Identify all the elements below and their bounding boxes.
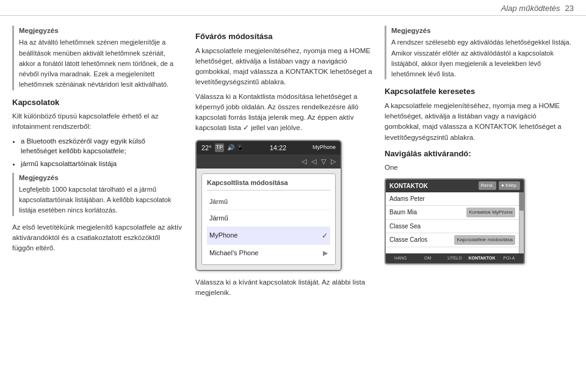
kontaktok-header: KONTAKTOK Rend. ● Kilép. xyxy=(386,180,524,192)
nav-icon-3[interactable]: ▽ xyxy=(321,156,326,167)
bottom-item-hang[interactable]: HANG xyxy=(387,255,414,262)
kontaktok-item-2[interactable]: Classe Sea xyxy=(386,220,519,233)
bullet-list: a Bluetooth eszközéről vagy egyik külső … xyxy=(21,136,183,169)
kontaktok-item-1[interactable]: Baum Mia Kontaktok MyPhone xyxy=(386,206,519,220)
nav-icon-4[interactable]: ▷ xyxy=(331,156,336,167)
phone-content: Kapcsoltlista módosítása Jármű Jármű MyP… xyxy=(197,169,341,270)
nav-icon-1[interactable]: ◁ xyxy=(302,156,306,167)
note-label-2: Megjegyzés xyxy=(19,173,183,183)
kontaktok-header-btns: Rend. ● Kilép. xyxy=(479,181,520,190)
note-label-right: Megjegyzés xyxy=(391,26,574,36)
section-kapcsolatok-heading: Kapcsolatok xyxy=(12,96,183,109)
kilep-btn[interactable]: ● Kilép. xyxy=(499,181,520,190)
kontaktok-list: Adams Peter Baum Mia Kontaktok MyPhone C… xyxy=(386,192,519,253)
kontaktok-title: KONTAKTOK xyxy=(389,181,428,191)
sidebar-btn-3[interactable]: Kapcsolatfele módosítása xyxy=(454,235,515,245)
checkmark-icon: ✓ xyxy=(322,230,328,241)
kontaktok-item-name-2: Classe Sea xyxy=(389,222,421,231)
dialog-item-2[interactable]: Michael's Phone ▶ xyxy=(207,245,330,261)
bullet-item-2: jármű kapcsolattartóinak listája xyxy=(21,159,183,169)
kontaktok-bottom-bar: HANG OM UTELO KONTAKTOK POI-A xyxy=(386,253,524,264)
item-label-2: Michael's Phone xyxy=(209,248,258,258)
note-label-1: Megjegyzés xyxy=(19,26,183,36)
phone-myphone-label: MyPhone xyxy=(313,143,336,152)
bottom-item-poi[interactable]: POI-A xyxy=(496,255,523,262)
dialog-item-1[interactable]: MyPhone ✓ xyxy=(207,227,330,245)
fovaros-heading: Fővárós módosítása xyxy=(195,31,372,43)
kapcsolatfele-heading: Kapcsolatfele keresetes xyxy=(385,85,574,98)
kontaktok-body: Adams Peter Baum Mia Kontaktok MyPhone C… xyxy=(386,192,524,253)
kontaktok-item-0[interactable]: Adams Peter xyxy=(386,192,519,206)
phone-dialog: Kapcsoltlista módosítása Jármű Jármű MyP… xyxy=(201,173,336,266)
page-header: Alap működtetés 23 xyxy=(0,0,586,16)
dialog-title: Kapcsoltlista módosítása xyxy=(207,178,330,191)
middle-caption: Válassza ki a kívánt kapcsolatok listájá… xyxy=(195,277,372,299)
header-title: Alap működtetés xyxy=(501,4,560,13)
note-text-right: A rendszer szélesebb egy aktiválódás leh… xyxy=(391,38,571,78)
kontaktok-item-name-0: Adams Peter xyxy=(389,194,425,203)
kontaktok-item-name-1: Baum Mia xyxy=(389,208,417,217)
phone-status-left: 22° TP 🔊 📱 xyxy=(201,143,244,153)
kontaktok-screen: KONTAKTOK Rend. ● Kilép. Adams Peter Bau… xyxy=(385,178,525,265)
dialog-item-0[interactable]: Jármű xyxy=(207,210,330,227)
header-page-number: 23 xyxy=(565,4,574,13)
middle-column: Fővárós módosítása A kapcsolatfele megje… xyxy=(195,26,372,376)
bottom-item-kontaktok[interactable]: KONTAKTOK xyxy=(468,255,495,262)
main-content: Megjegyzés Ha az átváltó lehetőmnek szén… xyxy=(0,16,586,386)
kontaktok-item-3[interactable]: Classe Carlos Kapcsolatfele módosítása xyxy=(386,233,519,247)
navigalas-heading: Navigálás aktivárandó: xyxy=(385,148,574,160)
middle-second: Válassza ki a Kontaktlista módosítása le… xyxy=(195,92,372,134)
middle-intro: A kapcsolatfele megjelenítéséhez, nyomja… xyxy=(195,46,372,88)
right-column: Megjegyzés A rendszer szélesebb egy akti… xyxy=(385,26,574,376)
bottom-item-om[interactable]: OM xyxy=(414,255,441,262)
phone-nav-bar: ◁ ◁ ▽ ▷ xyxy=(197,154,341,169)
note-box-1: Megjegyzés Ha az átváltó lehetőmnek szén… xyxy=(12,26,183,90)
kontaktok-item-name-3: Classe Carlos xyxy=(389,235,427,244)
item-label-0: Jármű xyxy=(209,213,228,223)
phone-screen: 22° TP 🔊 📱 14:22 MyPhone ◁ ◁ ▽ ▷ xyxy=(195,140,342,272)
kapcsolatfele-text: A kapcsolatfele megjelenítéséhez, nyomja… xyxy=(385,101,574,143)
rend-btn[interactable]: Rend. xyxy=(479,181,496,190)
tp-label: TP xyxy=(215,143,225,152)
scrollbar-thumb[interactable] xyxy=(519,192,524,211)
nav-icon-2[interactable]: ◁ xyxy=(311,156,316,167)
status-icons: 🔊 📱 xyxy=(227,143,244,152)
left-column: Megjegyzés Ha az átváltó lehetőmnek szén… xyxy=(12,26,183,376)
page-container: Alap működtetés 23 Megjegyzés Ha az átvá… xyxy=(0,0,586,392)
kapcsolatok-intro: Kilt különböző típusú kapcsolatfele érhe… xyxy=(12,111,183,132)
footer-text-left: Az első levetítékünk megjelenítő kapcsol… xyxy=(12,222,183,254)
dialog-subtitle: Jármű xyxy=(207,194,330,210)
sidebar-btn-1[interactable]: Kontaktok MyPhone xyxy=(466,208,515,217)
bullet-item-1: a Bluetooth eszközéről vagy egyik külső … xyxy=(21,136,183,156)
phone-time: 14:22 xyxy=(270,143,287,153)
phone-status-bar: 22° TP 🔊 📱 14:22 MyPhone xyxy=(197,141,341,155)
note-box-right: Megjegyzés A rendszer szélesebb egy akti… xyxy=(385,26,574,79)
scrollbar-track[interactable] xyxy=(519,192,524,253)
bottom-item-utelo[interactable]: UTELO xyxy=(441,255,468,262)
navigalas-one-label: One xyxy=(385,162,574,173)
note-box-2: Megjegyzés Legfeljebb 1000 kapcsolat tár… xyxy=(12,173,183,216)
arrow-icon: ▶ xyxy=(323,248,328,258)
note-text-2: Legfeljebb 1000 kapcsolat tárolható el a… xyxy=(19,186,172,214)
phone-temp: 22° xyxy=(201,143,212,153)
note-text-1: Ha az átváltó lehetőmnek szénen megjelen… xyxy=(19,38,173,88)
item-label-1: MyPhone xyxy=(209,230,237,241)
